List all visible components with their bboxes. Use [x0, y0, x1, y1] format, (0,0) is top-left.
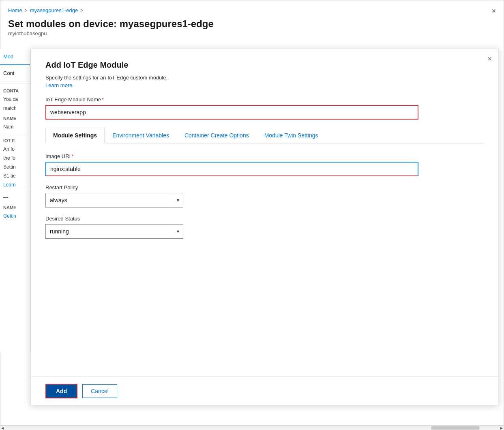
breadcrumb-sep2: >	[80, 8, 83, 13]
sidebar-iot-desc4: S1 tie	[0, 171, 30, 180]
sidebar-desc1: You ca	[0, 95, 30, 104]
tab-bar: Module Settings Environment Variables Co…	[45, 128, 484, 143]
page-close-button[interactable]: ×	[491, 7, 496, 15]
restart-policy-select[interactable]: always never on-failure on-unhealthy	[45, 193, 183, 208]
sidebar: Mod Cont Conta You ca match NAME Nam IoT…	[0, 49, 30, 353]
restart-policy-label: Restart Policy	[45, 184, 484, 190]
add-button[interactable]: Add	[45, 384, 77, 398]
scrollbar-right-arrow[interactable]: ▶	[499, 426, 504, 430]
module-name-required: *	[102, 96, 104, 103]
desired-status-group: Desired Status running stopped ▾	[45, 216, 484, 239]
action-bar: Add Cancel	[31, 377, 498, 405]
sidebar-name-label2: NAME	[0, 202, 30, 212]
image-uri-group: Image URI*	[45, 153, 484, 176]
sidebar-desc2: match	[0, 104, 30, 113]
breadcrumb-page[interactable]: myasegpures1-edge	[30, 7, 78, 13]
sidebar-iot-desc3: Settin	[0, 163, 30, 171]
sidebar-iot-desc1: An Io	[0, 145, 30, 154]
sidebar-getting-link[interactable]: Gettin	[0, 212, 30, 220]
modal-title: Add IoT Edge Module	[45, 60, 484, 70]
sidebar-iot-desc2: the Io	[0, 154, 30, 163]
tab-module-settings[interactable]: Module Settings	[45, 128, 105, 143]
breadcrumb-sep1: >	[25, 8, 28, 13]
cancel-button[interactable]: Cancel	[82, 384, 117, 398]
module-name-input[interactable]	[45, 105, 418, 120]
module-name-group: IoT Edge Module Name*	[45, 96, 484, 120]
image-uri-label: Image URI*	[45, 153, 484, 159]
restart-policy-select-wrapper: always never on-failure on-unhealthy ▾	[45, 193, 183, 208]
scrollbar-left-arrow[interactable]: ◀	[0, 426, 5, 430]
sidebar-divider-dash: —	[0, 193, 30, 202]
tab-container-create-options[interactable]: Container Create Options	[177, 128, 257, 143]
image-uri-input[interactable]	[45, 162, 418, 176]
breadcrumb-home[interactable]: Home	[8, 7, 22, 13]
restart-policy-group: Restart Policy always never on-failure o…	[45, 184, 484, 208]
sidebar-iot-label: IoT E	[0, 135, 30, 145]
sidebar-item-container[interactable]: Cont	[0, 65, 30, 81]
page-title-area: Set modules on device: myasegpures1-edge…	[8, 18, 214, 36]
sidebar-section-conta: Conta	[0, 85, 30, 95]
modal-content: Add IoT Edge Module Specify the settings…	[31, 49, 498, 258]
breadcrumb: Home > myasegpures1-edge >	[8, 7, 83, 13]
sidebar-learn-link[interactable]: Learn	[0, 180, 30, 189]
desired-status-label: Desired Status	[45, 216, 484, 222]
module-name-label: IoT Edge Module Name*	[45, 96, 484, 103]
page-subtitle: myiothubasegpu	[8, 30, 214, 36]
tab-module-twin-settings[interactable]: Module Twin Settings	[257, 128, 326, 143]
sidebar-name-placeholder: Nam	[0, 122, 30, 131]
modal: × Add IoT Edge Module Specify the settin…	[30, 49, 499, 405]
page-title: Set modules on device: myasegpures1-edge	[8, 18, 214, 30]
scrollbar-thumb[interactable]	[431, 426, 480, 430]
desired-status-select[interactable]: running stopped	[45, 224, 183, 239]
sidebar-item-modules[interactable]: Mod	[0, 49, 30, 65]
modal-learn-more-link[interactable]: Learn more	[45, 82, 484, 88]
desired-status-select-wrapper: running stopped ▾	[45, 224, 183, 239]
tab-environment-variables[interactable]: Environment Variables	[105, 128, 177, 143]
horizontal-scrollbar[interactable]: ◀ ▶	[0, 425, 504, 430]
sidebar-name-label: NAME	[0, 113, 30, 122]
image-uri-required: *	[71, 153, 73, 159]
modal-description: Specify the settings for an IoT Edge cus…	[45, 75, 484, 81]
modal-close-button[interactable]: ×	[487, 55, 492, 63]
